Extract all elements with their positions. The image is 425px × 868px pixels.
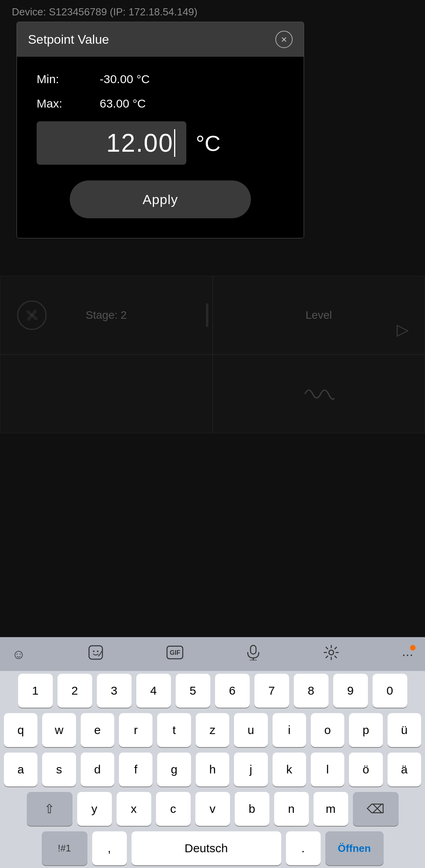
key-k[interactable]: k <box>273 753 306 786</box>
backspace-icon: ⌫ <box>367 801 384 816</box>
alpha-row-1: q w e r t z u i o p ü <box>0 710 425 750</box>
settings-icon[interactable] <box>323 645 339 664</box>
comma-key[interactable]: , <box>92 831 127 865</box>
bottom-row: !#1 , Deutsch . Öffnen <box>0 829 425 868</box>
key-z[interactable]: z <box>196 713 229 747</box>
min-label: Min: <box>37 72 100 86</box>
max-row: Max: 63.00 °C <box>37 97 284 110</box>
more-icon[interactable]: ··· <box>402 647 413 662</box>
key-e[interactable]: e <box>81 713 114 747</box>
alpha-row-3: ⇧ y x c v b n m ⌫ <box>0 789 425 829</box>
key-j[interactable]: j <box>234 753 267 786</box>
key-g[interactable]: g <box>157 753 191 786</box>
modal-body: Min: -30.00 °C Max: 63.00 °C 12.00 °C Ap… <box>17 57 304 238</box>
min-value: -30.00 °C <box>100 72 150 86</box>
key-x[interactable]: x <box>117 792 151 826</box>
period-key[interactable]: . <box>286 831 321 865</box>
modal-header: Setpoint Value × <box>17 22 304 57</box>
key-r[interactable]: r <box>119 713 152 747</box>
gif-icon[interactable]: GIF <box>166 645 184 663</box>
key-d[interactable]: d <box>81 753 114 786</box>
key-m[interactable]: m <box>314 792 348 826</box>
key-0[interactable]: 0 <box>373 674 407 708</box>
svg-rect-7 <box>251 645 256 654</box>
shift-key[interactable]: ⇧ <box>27 792 72 826</box>
key-u[interactable]: u <box>234 713 267 747</box>
key-6[interactable]: 6 <box>215 674 250 708</box>
key-ue[interactable]: ü <box>388 713 421 747</box>
svg-text:GIF: GIF <box>170 649 180 656</box>
sticker-icon[interactable] <box>88 645 103 663</box>
svg-point-3 <box>93 651 95 652</box>
svg-point-10 <box>329 650 334 655</box>
sticker-svg <box>88 645 103 660</box>
key-t[interactable]: t <box>157 713 191 747</box>
key-8[interactable]: 8 <box>294 674 328 708</box>
key-s[interactable]: s <box>42 753 76 786</box>
setpoint-modal: Setpoint Value × Min: -30.00 °C Max: 63.… <box>17 22 304 238</box>
key-5[interactable]: 5 <box>176 674 210 708</box>
key-7[interactable]: 7 <box>254 674 289 708</box>
symbols-key[interactable]: !#1 <box>42 831 87 865</box>
key-b[interactable]: b <box>235 792 269 826</box>
min-row: Min: -30.00 °C <box>37 72 284 86</box>
keyboard-toolbar: ☺ GIF <box>0 637 425 671</box>
text-cursor <box>174 129 175 157</box>
enter-key[interactable]: Öffnen <box>325 831 384 865</box>
key-p[interactable]: p <box>349 713 382 747</box>
key-f[interactable]: f <box>119 753 152 786</box>
key-2[interactable]: 2 <box>58 674 92 708</box>
apply-button[interactable]: Apply <box>70 180 251 218</box>
key-n[interactable]: n <box>274 792 309 826</box>
mic-icon[interactable] <box>246 645 260 664</box>
svg-rect-2 <box>89 646 102 659</box>
notification-dot <box>410 645 416 651</box>
unit-label: °C <box>196 130 221 156</box>
shift-arrow-icon: ⇧ <box>44 801 55 816</box>
modal-title: Setpoint Value <box>28 32 109 47</box>
close-button[interactable]: × <box>275 31 293 48</box>
keyboard: ☺ GIF <box>0 637 425 868</box>
key-v[interactable]: v <box>195 792 230 826</box>
input-row: 12.00 °C <box>37 121 284 165</box>
key-w[interactable]: w <box>42 713 76 747</box>
input-display-value: 12.00 <box>106 128 173 158</box>
key-i[interactable]: i <box>273 713 306 747</box>
key-9[interactable]: 9 <box>333 674 368 708</box>
key-o[interactable]: o <box>311 713 344 747</box>
number-row: 1 2 3 4 5 6 7 8 9 0 <box>0 671 425 710</box>
key-a[interactable]: a <box>4 753 37 786</box>
key-3[interactable]: 3 <box>97 674 132 708</box>
mic-svg <box>246 645 260 660</box>
key-h[interactable]: h <box>196 753 229 786</box>
space-key[interactable]: Deutsch <box>132 831 281 865</box>
key-c[interactable]: c <box>156 792 191 826</box>
emoji-icon[interactable]: ☺ <box>12 647 26 662</box>
key-oe[interactable]: ö <box>349 753 382 786</box>
key-ae[interactable]: ä <box>388 753 421 786</box>
key-4[interactable]: 4 <box>136 674 171 708</box>
gif-svg: GIF <box>166 645 184 660</box>
value-input-box[interactable]: 12.00 <box>37 121 186 165</box>
max-label: Max: <box>37 97 100 110</box>
svg-point-4 <box>97 651 98 652</box>
key-1[interactable]: 1 <box>18 674 53 708</box>
max-value: 63.00 °C <box>100 97 146 110</box>
alpha-row-2: a s d f g h j k l ö ä <box>0 750 425 789</box>
key-q[interactable]: q <box>4 713 37 747</box>
settings-svg <box>323 645 339 660</box>
key-y[interactable]: y <box>77 792 112 826</box>
key-l[interactable]: l <box>311 753 344 786</box>
backspace-key[interactable]: ⌫ <box>353 792 399 826</box>
